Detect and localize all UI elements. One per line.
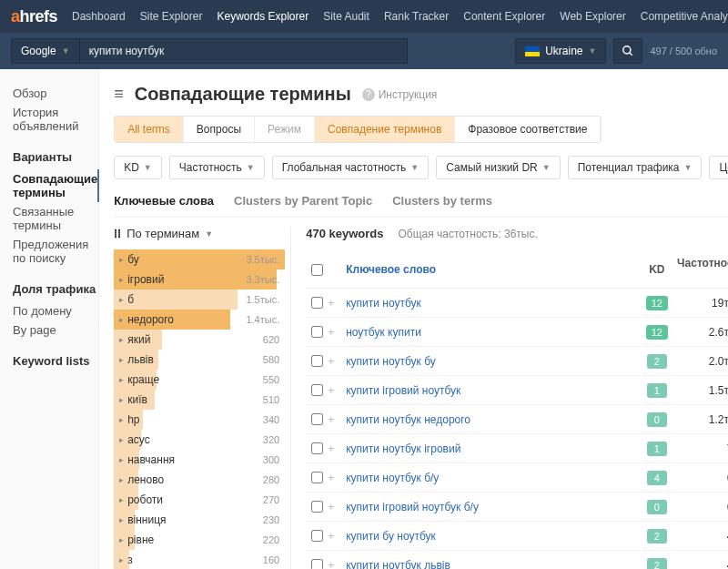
chevron-down-icon: ▼ (144, 163, 152, 172)
nav-item[interactable]: Content Explorer (463, 10, 545, 23)
expand-icon[interactable]: + (328, 501, 346, 513)
filter-dropdown[interactable]: KD ▼ (114, 156, 162, 179)
sidebar-item[interactable]: Обзор (13, 84, 98, 103)
row-checkbox[interactable] (311, 326, 323, 338)
row-checkbox[interactable] (311, 530, 323, 542)
row-checkbox[interactable] (311, 384, 323, 396)
term-row[interactable]: ▸київ510 (114, 390, 285, 410)
expand-icon[interactable]: + (328, 326, 346, 339)
volume-cell: 1.2тыс. (676, 413, 728, 426)
caret-right-icon: ▸ (119, 315, 124, 324)
col-kd[interactable]: KD (638, 263, 676, 276)
keyword-link[interactable]: купити бу ноутбук (346, 530, 638, 543)
mode-tab[interactable]: Режим (255, 117, 315, 142)
kd-badge: 12 (646, 296, 668, 310)
keyword-link[interactable]: купити ноутбук ігровий (346, 442, 638, 455)
expand-icon[interactable]: + (328, 472, 346, 484)
result-tab[interactable]: Clusters by Parent Topic (234, 194, 372, 208)
sidebar-item[interactable]: История объявлений (13, 103, 98, 136)
term-row[interactable]: ▸недорого1.4тыс. (114, 310, 285, 330)
row-checkbox[interactable] (311, 501, 323, 513)
total-volume: Общая частотность: 36тыс. (398, 228, 537, 240)
term-row[interactable]: ▸навчання300 (114, 450, 285, 470)
sidebar-item[interactable]: Связанные термины (13, 202, 98, 235)
row-checkbox[interactable] (311, 413, 323, 425)
expand-icon[interactable]: + (328, 442, 346, 455)
row-checkbox[interactable] (311, 559, 323, 569)
keyword-link[interactable]: купити ноутбук недорого (346, 413, 638, 426)
keyword-link[interactable]: купити ноутбук (346, 297, 638, 310)
term-row[interactable]: ▸б1.5тыс. (114, 290, 285, 310)
row-checkbox[interactable] (311, 297, 323, 309)
result-tab[interactable]: Clusters by terms (392, 194, 492, 208)
sidebar-item[interactable]: Предложения по поиску (13, 235, 98, 268)
mode-tab[interactable]: All terms (115, 117, 184, 142)
term-row[interactable]: ▸hp340 (114, 410, 285, 430)
result-tab[interactable]: Ключевые слова (114, 194, 214, 208)
filter-dropdown[interactable]: Частотность ▼ (169, 156, 265, 179)
keyword-row: +купити ноутбук бу22.0тыс. (306, 347, 728, 376)
nav-item[interactable]: Dashboard (72, 10, 126, 23)
term-row[interactable]: ▸краще550 (114, 370, 285, 390)
term-row[interactable]: ▸рівне220 (114, 530, 285, 550)
mode-tab[interactable]: Фразовое соответствие (455, 117, 601, 142)
kd-badge: 1 (647, 383, 667, 398)
col-volume[interactable]: Частотность ▼ (676, 257, 728, 282)
expand-icon[interactable]: + (328, 384, 346, 397)
expand-icon[interactable]: + (328, 297, 346, 310)
logo[interactable]: ahrefs (11, 7, 57, 26)
volume-cell: 19тыс. (676, 297, 728, 310)
keyword-input[interactable] (80, 38, 408, 64)
nav-item[interactable]: Keywords Explorer (217, 10, 308, 23)
menu-icon[interactable]: ≡ (114, 85, 124, 104)
nav-item[interactable]: Rank Tracker (384, 10, 449, 23)
expand-icon[interactable]: + (328, 355, 346, 368)
row-checkbox[interactable] (311, 442, 323, 454)
sidebar-item[interactable]: По домену (13, 301, 98, 320)
keyword-link[interactable]: купити ігровий ноутбук б/у (346, 501, 638, 513)
search-engine-dropdown[interactable]: Google▼ (11, 38, 80, 64)
nav-item[interactable]: Web Explorer (560, 10, 625, 23)
sidebar-item[interactable]: By page (13, 320, 98, 340)
term-row[interactable]: ▸вінниця230 (114, 510, 285, 530)
mode-tab[interactable]: Вопросы (184, 117, 255, 142)
expand-icon[interactable]: + (328, 530, 346, 543)
term-row[interactable]: ▸ігровий3.3тыс. (114, 269, 285, 290)
filter-dropdown[interactable]: Самый низкий DR ▼ (436, 156, 560, 179)
search-button[interactable] (613, 38, 642, 64)
kd-badge: 12 (646, 325, 668, 340)
keyword-link[interactable]: купити ноутбук львів (346, 559, 638, 570)
sidebar-item[interactable]: Совпадающие термины (13, 169, 99, 202)
select-all-checkbox[interactable] (311, 264, 323, 276)
nav-item[interactable]: Site Audit (323, 10, 369, 23)
expand-icon[interactable]: + (328, 413, 346, 426)
term-row[interactable]: ▸асус320 (114, 430, 285, 450)
country-dropdown[interactable]: Ukraine▼ (515, 38, 606, 64)
term-row[interactable]: ▸який620 (114, 330, 285, 350)
term-row[interactable]: ▸з160 (114, 550, 285, 569)
keyword-row: +купити ноутбук львів2400 (306, 551, 728, 569)
caret-right-icon: ▸ (119, 395, 124, 404)
nav-item[interactable]: Competitive Analysis (641, 10, 728, 23)
nav-item[interactable]: Site Explorer (140, 10, 203, 23)
mode-tab[interactable]: Совпадение терминов (315, 117, 455, 142)
keyword-link[interactable]: купити ноутбук б/у (346, 472, 638, 484)
expand-icon[interactable]: + (328, 559, 346, 570)
term-row[interactable]: ▸роботи270 (114, 490, 285, 510)
terms-mode-dropdown[interactable]: ⁞⁞По терминам▼ (114, 227, 285, 240)
row-checkbox[interactable] (311, 472, 323, 483)
keyword-row: +купити ноутбук1219тыс. (306, 289, 728, 318)
filter-dropdown[interactable]: ЦельNew (709, 156, 728, 179)
row-checkbox[interactable] (311, 355, 323, 367)
keyword-link[interactable]: ноутбук купити (346, 326, 638, 339)
keyword-link[interactable]: купити ігровий ноутбук (346, 384, 638, 397)
volume-cell: 2.6тыс. (676, 326, 728, 339)
term-row[interactable]: ▸бу3.5тыс. (114, 249, 285, 269)
col-keyword[interactable]: Ключевое слово (346, 263, 638, 276)
term-row[interactable]: ▸леново280 (114, 470, 285, 490)
filter-dropdown[interactable]: Глобальная частотность ▼ (272, 156, 429, 179)
help-link[interactable]: ?Инструкция (362, 88, 438, 101)
filter-dropdown[interactable]: Потенциал трафика ▼ (568, 156, 703, 179)
term-row[interactable]: ▸львів580 (114, 350, 285, 370)
keyword-link[interactable]: купити ноутбук бу (346, 355, 638, 368)
